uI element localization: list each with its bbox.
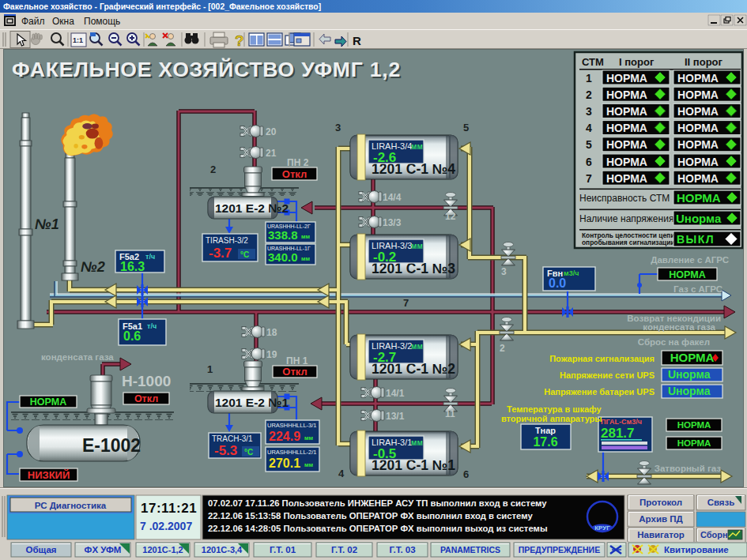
- svg-text:ПН 1: ПН 1: [286, 355, 308, 366]
- svg-text:ПГАL-Cм3/ч: ПГАL-Cм3/ч: [601, 418, 642, 426]
- svg-text:16.3: 16.3: [120, 260, 145, 273]
- svg-text:РС Диагностика: РС Диагностика: [35, 501, 107, 510]
- svg-text:URASHHHLLL-2/1: URASHHHLLL-2/1: [267, 449, 317, 456]
- svg-text:опробывания сигнализации: опробывания сигнализации: [582, 239, 674, 246]
- svg-text:-3.7: -3.7: [209, 246, 232, 261]
- svg-text:Архив ПД: Архив ПД: [639, 514, 682, 524]
- svg-text:Связь: Связь: [707, 498, 735, 507]
- svg-text:6: 6: [586, 156, 592, 168]
- svg-text:-2.7: -2.7: [373, 350, 396, 365]
- svg-text:Давление с АГРС: Давление с АГРС: [651, 255, 729, 265]
- svg-text:ВЫКЛ: ВЫКЛ: [677, 233, 715, 246]
- svg-text:мм: мм: [301, 255, 311, 262]
- svg-text:НОРМА: НОРМА: [677, 420, 711, 430]
- svg-text:7: 7: [586, 172, 592, 185]
- svg-text:7: 7: [403, 297, 409, 309]
- svg-text:Напряжение батареи UPS: Напряжение батареи UPS: [544, 387, 655, 397]
- svg-text:12: 12: [445, 211, 456, 222]
- svg-text:Тнар: Тнар: [535, 426, 556, 435]
- svg-text:17:11:21: 17:11:21: [141, 501, 197, 516]
- svg-text:340.0: 340.0: [268, 250, 298, 264]
- svg-text:Файл: Файл: [21, 16, 45, 27]
- svg-text:КРУГ: КРУГ: [594, 524, 610, 532]
- svg-text:мм: мм: [411, 438, 423, 447]
- svg-text:1201 Е-2 №1: 1201 Е-2 №1: [215, 396, 289, 409]
- svg-text:3: 3: [335, 122, 341, 133]
- svg-text:-0.5: -0.5: [373, 446, 396, 461]
- svg-text:3: 3: [586, 105, 592, 118]
- svg-text:Напряжение сети UPS: Напряжение сети UPS: [560, 370, 655, 380]
- svg-text:Г.Т. 01: Г.Т. 01: [270, 545, 296, 554]
- svg-text:Окна: Окна: [52, 16, 74, 27]
- svg-text:Затворный газ: Затворный газ: [655, 464, 722, 473]
- svg-text:Пожарная сигнализация: Пожарная сигнализация: [549, 354, 655, 363]
- svg-text:Помощь: Помощь: [84, 16, 120, 27]
- svg-text:4: 4: [586, 122, 592, 134]
- svg-text:7 .02.2007: 7 .02.2007: [140, 520, 192, 532]
- svg-text:270.1: 270.1: [269, 457, 300, 470]
- svg-text:Е-1002: Е-1002: [82, 435, 141, 456]
- svg-text:1:1: 1:1: [73, 36, 83, 44]
- svg-text:22.12.06 14:28:05 Пользовател: 22.12.06 14:28:05 Пользователь ОПЕРАТОР …: [208, 524, 548, 533]
- svg-text:мм: мм: [301, 233, 311, 240]
- svg-text:?: ?: [235, 32, 244, 49]
- svg-text:0.6: 0.6: [123, 329, 141, 343]
- svg-text:Uнорма: Uнорма: [668, 368, 711, 381]
- svg-text:НОРМА: НОРМА: [669, 269, 705, 280]
- svg-text:конденсата газа: конденсата газа: [643, 322, 715, 332]
- svg-text:Г.Т. 02: Г.Т. 02: [331, 545, 357, 554]
- svg-text:PANAMETRICS: PANAMETRICS: [440, 545, 500, 554]
- svg-text:Uнорма: Uнорма: [676, 212, 722, 225]
- svg-text:5: 5: [463, 122, 469, 133]
- svg-text:19: 19: [266, 349, 277, 360]
- svg-text:ФХ УФМ: ФХ УФМ: [85, 545, 122, 554]
- svg-text:TIRASH-3/2: TIRASH-3/2: [206, 236, 248, 245]
- svg-text:1201С-3,4: 1201С-3,4: [202, 545, 243, 554]
- svg-text:НОРМА: НОРМА: [670, 351, 715, 364]
- svg-text:Г.Т. 03: Г.Т. 03: [389, 545, 415, 554]
- svg-text:21: 21: [266, 148, 277, 159]
- svg-text:224.9: 224.9: [269, 430, 300, 443]
- svg-text:281.7: 281.7: [601, 426, 635, 441]
- svg-text:Откл: Откл: [282, 366, 307, 378]
- svg-text:18: 18: [266, 327, 277, 338]
- svg-text:17.6: 17.6: [533, 435, 557, 449]
- svg-text:№2: №2: [81, 259, 105, 275]
- svg-text:1201 Е-2 №2: 1201 Е-2 №2: [215, 201, 289, 215]
- svg-text:338.8: 338.8: [268, 228, 298, 242]
- svg-text:13/1: 13/1: [386, 411, 405, 422]
- svg-text:ПРЕДУПРЕЖДЕНИЕ: ПРЕДУПРЕЖДЕНИЕ: [519, 545, 600, 554]
- svg-text:2: 2: [210, 163, 216, 175]
- svg-text:мм: мм: [304, 461, 314, 468]
- svg-text:°С: °С: [244, 448, 253, 457]
- svg-text:13/3: 13/3: [383, 217, 402, 228]
- svg-text:Откл: Откл: [282, 168, 307, 180]
- svg-text:т/ч: т/ч: [147, 322, 157, 330]
- svg-text:мм: мм: [411, 242, 423, 250]
- svg-text:R: R: [353, 34, 361, 47]
- svg-text:НОРМА: НОРМА: [30, 397, 66, 408]
- svg-text:Неисправность СТМ: Неисправность СТМ: [579, 193, 670, 204]
- svg-text:Факельное хозяйство - Графичес: Факельное хозяйство - Графический интерф…: [3, 2, 321, 11]
- svg-text:№1: №1: [35, 216, 59, 232]
- svg-text:-0.2: -0.2: [373, 250, 396, 265]
- svg-text:конденсата газа: конденсата газа: [41, 352, 114, 362]
- svg-text:URASHHHLLL-3/1: URASHHHLLL-3/1: [267, 422, 317, 429]
- svg-text:Навигатор: Навигатор: [637, 530, 685, 539]
- svg-text:-5.3: -5.3: [214, 443, 237, 458]
- svg-text:°С: °С: [240, 250, 249, 259]
- svg-text:Температура в шкафу: Температура в шкафу: [507, 404, 602, 414]
- svg-text:СТМ: СТМ: [582, 56, 604, 68]
- svg-text:Общая: Общая: [26, 545, 57, 554]
- svg-text:Н-1000: Н-1000: [122, 373, 171, 389]
- svg-text:вторичной аппаратуры: вторичной аппаратуры: [501, 414, 602, 423]
- svg-text:2: 2: [586, 88, 592, 101]
- svg-text:т/ч: т/ч: [145, 253, 155, 261]
- svg-text:14/4: 14/4: [383, 192, 402, 203]
- svg-text:НОРМА: НОРМА: [677, 438, 711, 448]
- svg-text:11: 11: [445, 408, 455, 419]
- svg-text:22.12.06 15:13:58 Пользовател: 22.12.06 15:13:58 Пользователь ОПЕРАТОР …: [208, 511, 533, 521]
- svg-text:Протокол: Протокол: [639, 498, 682, 507]
- svg-text:ФАКЕЛЬНОЕ ХОЗЯЙСТВО УФМГ 1,2: ФАКЕЛЬНОЕ ХОЗЯЙСТВО УФМГ 1,2: [12, 58, 401, 81]
- svg-text:НОРМА: НОРМА: [677, 191, 721, 205]
